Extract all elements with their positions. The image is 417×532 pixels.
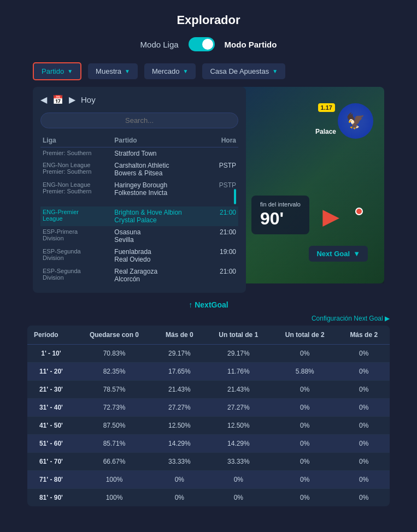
next-date-button[interactable]: ▶	[69, 94, 75, 105]
stats-cell-7-2: 0%	[154, 471, 205, 489]
stats-table: PeríodoQuedarse con 0Más de 0Un total de…	[27, 326, 390, 506]
stats-row: 31' - 40'72.73%27.27%27.27%0%0%	[27, 399, 390, 417]
stats-cell-1-1: 82.35%	[75, 363, 154, 381]
liga-cell: ENG-Non LeaguePremier: Southern	[40, 179, 112, 206]
nextgoal-bar[interactable]: ↑ NextGoal	[0, 293, 417, 315]
stats-cell-5-0: 51' - 60'	[27, 435, 75, 453]
stats-cell-3-5: 0%	[338, 399, 390, 417]
hora-cell: 21:00	[209, 265, 238, 285]
stats-cell-1-5: 0%	[338, 363, 390, 381]
table-row[interactable]: ENG-Non LeaguePremier: Southern Haringey…	[40, 179, 238, 206]
mercado-filter[interactable]: Mercado ▼	[144, 63, 196, 79]
calendar-icon[interactable]: 📅	[52, 94, 63, 105]
stats-cell-1-2: 17.65%	[154, 363, 205, 381]
stats-cell-6-1: 66.67%	[75, 453, 154, 471]
interval-box: fin del intervalo 90'	[251, 196, 309, 234]
match-cell: Real ZaragozaAlcorcón	[112, 265, 209, 285]
stats-cell-7-0: 71' - 80'	[27, 471, 75, 489]
col-hora: Hora	[209, 134, 238, 147]
hora-cell: 21:00	[209, 206, 238, 226]
table-row[interactable]: ESP-SegundaDivision FuenlabradaReal Ovie…	[40, 246, 238, 265]
stats-cell-8-4: 0%	[272, 489, 338, 507]
stats-cell-7-3: 0%	[205, 471, 272, 489]
page-title: Explorador	[0, 0, 417, 37]
partido-filter[interactable]: Partido ▼	[33, 62, 81, 80]
stats-cell-2-1: 78.57%	[75, 381, 154, 399]
mode-toggle[interactable]	[189, 37, 215, 51]
stats-cell-6-2: 33.33%	[154, 453, 205, 471]
liga-cell: ENG-Non LeaguePremier: Southern	[40, 159, 112, 179]
right-panel: 🦅 1.17 Palace fin del intervalo 90' ◀ Ne…	[235, 87, 384, 293]
prev-date-button[interactable]: ◀	[40, 94, 47, 105]
stats-row: 81' - 90'100%0%0%0%0%	[27, 489, 390, 507]
hora-cell: PSTP	[209, 179, 238, 206]
stadium-background: 🦅 1.17 Palace fin del intervalo 90' ◀ Ne…	[235, 87, 384, 283]
filter-bar: Partido ▼ Muestra ▼ Mercado ▼ Casa De Ap…	[0, 62, 417, 80]
stats-cell-1-4: 5.88%	[272, 363, 338, 381]
hora-cell: 21:00	[209, 226, 238, 246]
stats-cell-5-5: 0%	[338, 435, 390, 453]
team-name-label: Palace	[315, 128, 336, 135]
stats-cell-3-2: 27.27%	[154, 399, 205, 417]
stats-cell-3-1: 72.73%	[75, 399, 154, 417]
mode-toggle-bar: Modo Liga Modo Partido	[0, 37, 417, 51]
stats-header-1: Quedarse con 0	[75, 326, 154, 345]
mercado-chevron-icon: ▼	[183, 68, 189, 74]
stats-cell-4-2: 12.50%	[154, 417, 205, 435]
stats-cell-5-3: 14.29%	[205, 435, 272, 453]
stats-cell-0-4: 0%	[272, 345, 338, 363]
search-input[interactable]	[40, 113, 238, 128]
stats-header-0: Período	[27, 326, 75, 345]
main-content: ◀ 📅 ▶ Hoy Liga Partido Hora Premier: Sou…	[0, 87, 417, 293]
stats-section: Configuración Next Goal ▶ PeríodoQuedars…	[0, 315, 417, 523]
liga-cell: ESP-SegundaDivision	[40, 265, 112, 285]
liga-cell: ENG-PremierLeague	[40, 206, 112, 226]
next-goal-chevron-icon: ▼	[353, 250, 360, 258]
stats-cell-0-1: 70.83%	[75, 345, 154, 363]
liga-cell: ESP-SegundaDivision	[40, 246, 112, 265]
interval-time: 90'	[260, 209, 301, 229]
stats-row: 61' - 70'66.67%33.33%33.33%0%0%	[27, 453, 390, 471]
stats-cell-6-4: 0%	[272, 453, 338, 471]
stats-cell-4-1: 87.50%	[75, 417, 154, 435]
stats-row: 41' - 50'87.50%12.50%12.50%0%0%	[27, 417, 390, 435]
stats-cell-6-3: 33.33%	[205, 453, 272, 471]
stats-cell-7-4: 0%	[272, 471, 338, 489]
stats-cell-5-4: 0%	[272, 435, 338, 453]
stats-header-2: Más de 0	[154, 326, 205, 345]
next-goal-button[interactable]: Next Goal ▼	[309, 246, 368, 262]
table-row[interactable]: Premier: Southern Stratford Town	[40, 147, 238, 160]
casa-apuestas-filter[interactable]: Casa De Apuestas ▼	[202, 63, 285, 79]
match-cell: OsasunaSevilla	[112, 226, 209, 246]
liga-cell: ESP-PrimeraDivision	[40, 226, 112, 246]
stats-cell-6-0: 61' - 70'	[27, 453, 75, 471]
next-goal-label: Next Goal	[316, 250, 350, 258]
stats-cell-2-5: 0%	[338, 381, 390, 399]
stats-row: 21' - 30'78.57%21.43%21.43%0%0%	[27, 381, 390, 399]
stats-row: 11' - 20'82.35%17.65%11.76%5.88%0%	[27, 363, 390, 381]
stats-cell-2-2: 21.43%	[154, 381, 205, 399]
table-row[interactable]: ENG-PremierLeague Brighton & Hove Albion…	[40, 206, 238, 226]
stats-cell-4-3: 12.50%	[205, 417, 272, 435]
config-next-goal-link[interactable]: Configuración Next Goal ▶	[312, 315, 390, 322]
arrow-indicator: ◀	[322, 204, 339, 229]
match-cell: Stratford Town	[112, 147, 209, 160]
muestra-filter[interactable]: Muestra ▼	[88, 63, 138, 79]
partido-chevron-icon: ▼	[67, 68, 73, 74]
stats-cell-8-0: 81' - 90'	[27, 489, 75, 507]
stats-header-4: Un total de 2	[272, 326, 338, 345]
stats-cell-5-1: 85.71%	[75, 435, 154, 453]
stats-cell-0-2: 29.17%	[154, 345, 205, 363]
table-row[interactable]: ENG-Non LeaguePremier: Southern Carshalt…	[40, 159, 238, 179]
nextgoal-bar-label: ↑ NextGoal	[189, 300, 228, 309]
stats-cell-2-3: 21.43%	[205, 381, 272, 399]
table-row[interactable]: ESP-PrimeraDivision OsasunaSevilla 21:00	[40, 226, 238, 246]
stats-cell-8-2: 0%	[154, 489, 205, 507]
stats-cell-3-0: 31' - 40'	[27, 399, 75, 417]
table-row[interactable]: ESP-SegundaDivision Real ZaragozaAlcorcó…	[40, 265, 238, 285]
stats-cell-8-5: 0%	[338, 489, 390, 507]
modo-partido-label: Modo Partido	[225, 40, 277, 49]
toggle-knob	[202, 39, 213, 50]
stats-cell-4-4: 0%	[272, 417, 338, 435]
stats-cell-0-3: 29.17%	[205, 345, 272, 363]
